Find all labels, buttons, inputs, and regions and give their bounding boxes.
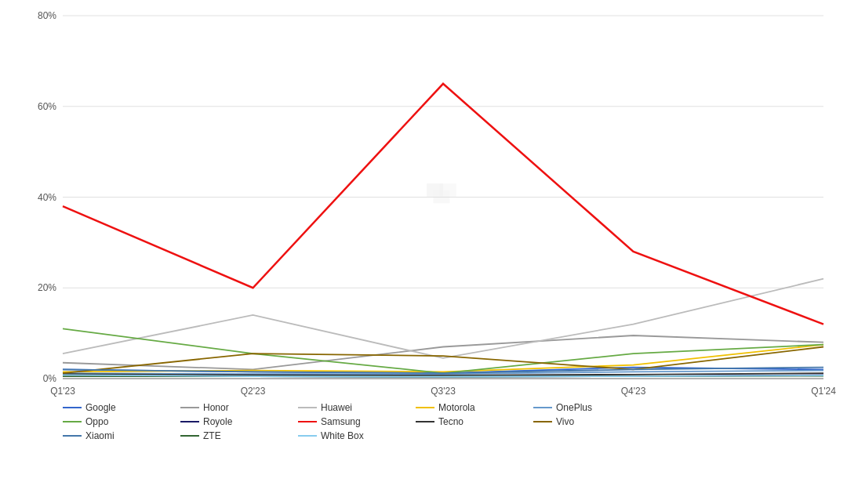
svg-text:20%: 20% (38, 282, 56, 293)
legend-color-line (533, 407, 552, 408)
legend-color-line (416, 407, 434, 408)
legend-item: White Box (298, 430, 392, 441)
legend-item: Tecno (416, 416, 510, 427)
svg-text:60%: 60% (38, 101, 56, 112)
legend-label: Oppo (85, 416, 108, 427)
legend-color-line (298, 421, 317, 422)
legend-item: Oppo (63, 416, 157, 427)
legend-item: Xiaomi (63, 430, 157, 441)
legend-label: Huawei (321, 402, 352, 413)
legend-label: Google (85, 402, 116, 413)
legend-label: Xiaomi (85, 430, 115, 441)
legend-item: Samsung (298, 416, 392, 427)
legend-item: Motorola (416, 402, 510, 413)
svg-text:40%: 40% (38, 192, 56, 203)
legend-item: ZTE (180, 430, 274, 441)
legend-row: OppoRoyoleSamsungTecnoVivo (63, 416, 823, 427)
legend-label: Royole (203, 416, 232, 427)
svg-text:0%: 0% (43, 373, 57, 384)
chart-area: 0%20%40%60%80%Q1'23Q2'23Q3'23Q4'23Q1'24 (63, 16, 823, 379)
legend-color-line (298, 407, 317, 408)
legend-color-line (180, 407, 199, 408)
legend-row: GoogleHonorHuaweiMotorolaOnePlus (63, 402, 823, 413)
legend-label: Motorola (438, 402, 475, 413)
legend-label: Samsung (321, 416, 361, 427)
legend-item: Vivo (533, 416, 627, 427)
legend-color-line (63, 407, 82, 408)
legend-color-line (416, 421, 434, 422)
legend-item: OnePlus (533, 402, 627, 413)
legend-color-line (180, 435, 199, 437)
legend-label: Tecno (438, 416, 463, 427)
chart-svg: 0%20%40%60%80%Q1'23Q2'23Q3'23Q4'23Q1'24 (63, 16, 823, 379)
legend-color-line (63, 421, 82, 422)
legend-label: Vivo (556, 416, 574, 427)
legend-item: Royole (180, 416, 274, 427)
legend-label: ZTE (203, 430, 221, 441)
legend-color-line (298, 435, 317, 437)
legend-item: Honor (180, 402, 274, 413)
legend-label: White Box (321, 430, 364, 441)
svg-text:80%: 80% (38, 10, 56, 21)
legend-item: Huawei (298, 402, 392, 413)
chart-container: 0%20%40%60%80%Q1'23Q2'23Q3'23Q4'23Q1'24 … (0, 0, 847, 504)
legend-item: Google (63, 402, 157, 413)
legend-color-line (533, 421, 552, 422)
legend-label: OnePlus (556, 402, 592, 413)
legend-container: GoogleHonorHuaweiMotorolaOnePlusOppoRoyo… (63, 394, 823, 504)
legend-label: Honor (203, 402, 229, 413)
legend-row: XiaomiZTEWhite Box (63, 430, 823, 441)
legend-color-line (63, 435, 82, 437)
legend-color-line (180, 421, 199, 422)
